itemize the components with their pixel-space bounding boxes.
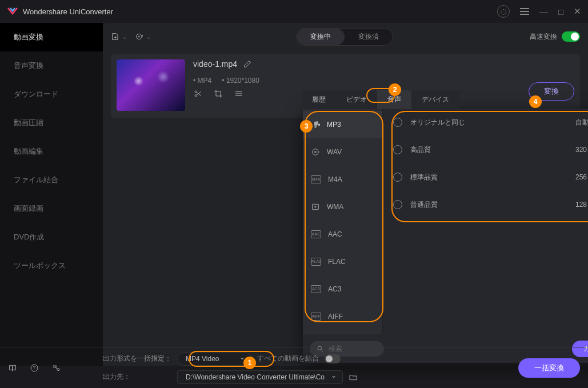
format-item-wav[interactable]: WAV [303, 138, 382, 166]
add-disc-button[interactable]: ⌄ [135, 32, 151, 41]
sidebar-item-record[interactable]: 画面録画 [0, 194, 103, 223]
help-icon[interactable] [30, 363, 39, 373]
open-folder-icon[interactable] [349, 373, 358, 382]
format-list: MP3 WAV M4AM4A WMA AACAAC FLACFLAC AC3AC… [303, 109, 383, 334]
pop-tab-video[interactable]: ビデオ [336, 90, 377, 109]
quality-item[interactable]: 高品質320 kbps [383, 136, 588, 163]
effects-icon[interactable] [234, 89, 243, 98]
convert-button-label: 変換 [544, 87, 559, 95]
quality-item[interactable]: オリジナルと同じ自動 [383, 109, 588, 136]
quality-bitrate: 320 kbps [575, 146, 588, 154]
pop-tab-history[interactable]: 履歴 [302, 90, 336, 109]
radio-icon[interactable] [393, 200, 402, 209]
format-item-wma[interactable]: WMA [303, 193, 382, 221]
crop-icon[interactable] [214, 89, 223, 98]
radio-icon[interactable] [393, 145, 402, 154]
account-avatar-icon[interactable]: ◌ [497, 5, 510, 18]
format-item-aiff[interactable]: AIFFAIFF [303, 303, 382, 330]
status-tabs: 変換中 変換済 [296, 28, 393, 46]
quality-item[interactable]: 標準品質256 kbps [383, 163, 588, 191]
format-label: WMA [327, 203, 343, 211]
output-format-popover: 履歴 ビデオ 音声 デバイス MP3 WAV M4AM4A WMA AACAAC… [303, 109, 588, 363]
radio-icon[interactable] [393, 118, 402, 127]
sidebar-item-label: 音声変換 [14, 61, 43, 71]
callout-badge-2: 2 [389, 83, 401, 96]
add-file-button[interactable]: ⌄ [111, 32, 127, 41]
sidebar-item-label: DVD作成 [14, 232, 44, 242]
quality-item[interactable]: 普通品質128 kbps [383, 191, 588, 218]
sidebar-item-label: 動画変換 [14, 32, 43, 42]
play-box-icon [311, 202, 320, 211]
aiff-icon: AIFF [311, 313, 321, 321]
file-resolution: 1920*1080 [222, 77, 259, 85]
sidebar-item-label: ファイル結合 [14, 175, 58, 185]
svg-point-5 [315, 151, 317, 153]
sidebar-item-download[interactable]: ダウンロード [0, 80, 103, 109]
output-dir-dropdown[interactable]: D:\Wondershare Video Converter Ultimate\… [177, 370, 343, 384]
maximize-button[interactable]: □ [558, 7, 563, 17]
format-item-mp3[interactable]: MP3 [303, 111, 382, 138]
quality-bitrate: 自動 [575, 118, 588, 127]
sidebar-item-compress[interactable]: 動画圧縮 [0, 109, 103, 137]
format-label: MP3 [327, 121, 341, 129]
quality-label: 標準品質 [410, 173, 567, 182]
menu-icon[interactable] [520, 8, 529, 15]
merge-toggle[interactable] [325, 354, 341, 363]
pop-tab-label: 音声 [387, 95, 401, 103]
minimize-button[interactable]: — [539, 7, 548, 17]
callout-badge-4: 4 [529, 95, 542, 108]
format-item-m4a[interactable]: M4AM4A [303, 166, 382, 193]
aac-icon: AAC [311, 230, 321, 238]
sidebar-item-toolbox[interactable]: ツールボックス [0, 251, 103, 280]
sidebar: 動画変換 音声変換 ダウンロード 動画圧縮 動画編集 ファイル結合 画面録画 D… [0, 23, 103, 366]
disc-icon [311, 147, 320, 157]
sidebar-item-edit[interactable]: 動画編集 [0, 137, 103, 166]
titlebar: Wondershare UniConverter ◌ — □ ✕ [0, 0, 588, 23]
quality-label: 高品質 [410, 145, 567, 155]
tab-converted[interactable]: 変換済 [345, 29, 393, 45]
sidebar-item-label: 動画圧縮 [14, 118, 43, 128]
app-title: Wondershare UniConverter [23, 7, 113, 16]
pop-tab-label: デバイス [422, 95, 449, 103]
video-thumbnail[interactable] [117, 59, 185, 111]
sidebar-item-merge[interactable]: ファイル結合 [0, 166, 103, 194]
format-item-aac[interactable]: AACAAC [303, 221, 382, 248]
pop-tab-label: 履歴 [312, 95, 326, 103]
share-icon[interactable] [51, 363, 61, 373]
fast-convert-toggle[interactable] [562, 31, 580, 42]
ac3-icon: AC3 [311, 285, 321, 293]
merge-label: すべての動画を結合 [257, 354, 319, 363]
format-label: WAV [327, 148, 342, 156]
output-format-label: 出力形式を一括指定： [103, 354, 171, 363]
format-item-flac[interactable]: FLACFLAC [303, 248, 382, 275]
app-logo-icon [7, 6, 18, 17]
output-format-dropdown[interactable]: MP4 Video [177, 352, 251, 366]
quality-bitrate: 128 kbps [575, 201, 588, 209]
rename-icon[interactable] [243, 59, 252, 69]
trim-icon[interactable] [193, 89, 202, 98]
format-label: AC3 [328, 285, 341, 293]
radio-icon[interactable] [393, 173, 402, 182]
svg-point-10 [57, 368, 59, 370]
callout-badge-3: 3 [300, 120, 313, 133]
fast-convert-label: 高速変換 [530, 32, 557, 42]
sidebar-item-video-convert[interactable]: 動画変換 [0, 23, 103, 51]
sidebar-item-audio-convert[interactable]: 音声変換 [0, 51, 103, 80]
svg-point-0 [137, 34, 142, 39]
format-item-ac3[interactable]: AC3AC3 [303, 275, 382, 303]
callout-badge-1: 1 [243, 357, 256, 369]
batch-convert-button[interactable]: 一括変換 [518, 358, 580, 378]
tutorial-icon[interactable] [8, 363, 17, 373]
sidebar-item-dvd[interactable]: DVD作成 [0, 223, 103, 251]
quality-label: 普通品質 [410, 200, 567, 210]
close-button[interactable]: ✕ [574, 6, 581, 17]
format-label: FLAC [328, 258, 346, 266]
quality-label: オリジナルと同じ [410, 118, 567, 127]
file-format: MP4 [193, 77, 211, 85]
sidebar-item-label: ダウンロード [14, 89, 58, 99]
tab-label: 変換中 [310, 33, 331, 41]
dropdown-value: D:\Wondershare Video Converter Ultimate\… [186, 373, 325, 381]
sidebar-item-label: 画面録画 [14, 203, 43, 214]
pop-tab-device[interactable]: デバイス [411, 90, 459, 109]
tab-converting[interactable]: 変換中 [297, 29, 345, 45]
